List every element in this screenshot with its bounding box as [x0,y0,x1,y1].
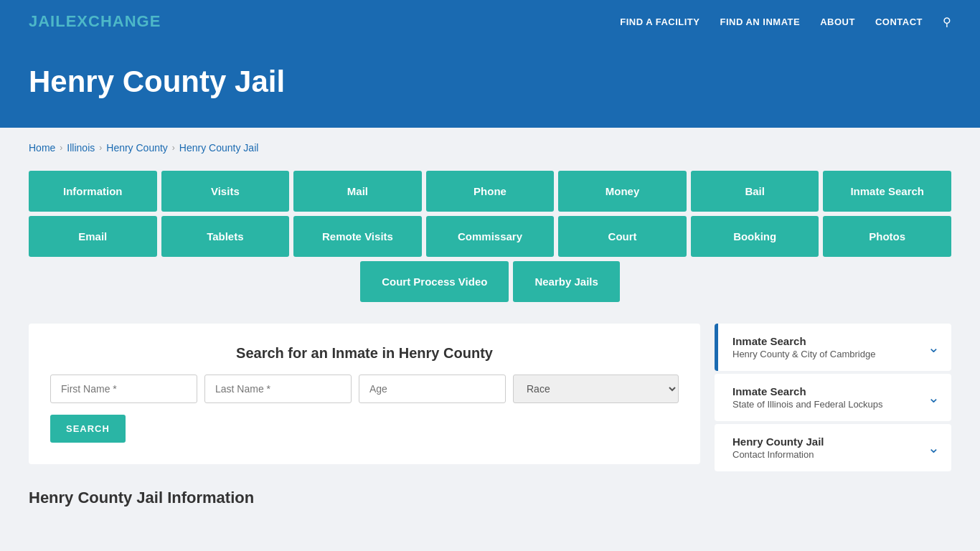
btn-visits[interactable]: Visits [161,171,290,212]
first-name-input[interactable] [50,375,197,403]
logo-exchange: EXCHANGE [66,12,161,30]
breadcrumb-sep-3: › [172,143,175,153]
search-form-box: Search for an Inmate in Henry County Rac… [29,324,700,464]
btn-tablets[interactable]: Tablets [161,216,290,257]
btn-money[interactable]: Money [558,171,687,212]
find-a-facility-link[interactable]: FIND A FACILITY [620,17,699,27]
btn-photos[interactable]: Photos [823,216,951,257]
sidebar-item-sub-1: Henry County & City of Cambridge [732,349,875,359]
bottom-section: Henry County Jail Information [29,489,951,507]
breadcrumb-current: Henry County Jail [179,142,259,154]
chevron-down-icon-3: ⌄ [928,439,940,456]
chevron-down-icon-2: ⌄ [928,389,940,406]
btn-inmate-search[interactable]: Inmate Search [823,171,951,212]
navbar: JAILEXCHANGE FIND A FACILITY FIND AN INM… [0,0,980,43]
breadcrumb-sep-1: › [60,143,62,153]
grid-row-3: Court Process Video Nearby Jails [29,261,951,302]
logo-jail: JAIL [29,12,66,30]
grid-row-2: Email Tablets Remote Visits Commissary C… [29,216,951,257]
sidebar-item-title-2: Inmate Search [732,385,883,397]
sidebar-item-title-1: Inmate Search [732,335,875,347]
btn-commissary[interactable]: Commissary [426,216,555,257]
logo[interactable]: JAILEXCHANGE [29,12,161,31]
main-area: Home › Illinois › Henry County › Henry C… [0,128,980,522]
sidebar-item-inmate-search-illinois[interactable]: Inmate Search State of Illinois and Fede… [715,374,951,421]
btn-court[interactable]: Court [558,216,687,257]
sidebar-item-title-3: Henry County Jail [732,435,824,448]
page-title: Henry County Jail [29,65,951,99]
race-select[interactable]: Race White Black Hispanic Asian Other [513,375,679,403]
btn-mail[interactable]: Mail [293,171,422,212]
sidebar-item-inmate-search-henry[interactable]: Inmate Search Henry County & City of Cam… [715,324,951,371]
nav-links: FIND A FACILITY FIND AN INMATE ABOUT CON… [620,15,951,29]
bottom-section-title: Henry County Jail Information [29,489,951,507]
about-link[interactable]: ABOUT [820,17,855,27]
search-icon[interactable]: ⚲ [943,15,951,29]
breadcrumb-henry-county[interactable]: Henry County [106,142,168,154]
chevron-down-icon-1: ⌄ [928,339,940,356]
sidebar: Inmate Search Henry County & City of Cam… [715,324,951,474]
sidebar-item-sub-2: State of Illinois and Federal Lockups [732,399,883,410]
sidebar-item-sub-3: Contact Information [732,449,824,460]
breadcrumb-sep-2: › [99,143,102,153]
btn-booking[interactable]: Booking [691,216,819,257]
search-inputs: Race White Black Hispanic Asian Other [50,375,679,403]
last-name-input[interactable] [204,375,352,403]
btn-court-process-video[interactable]: Court Process Video [360,261,509,302]
sidebar-item-contact[interactable]: Henry County Jail Contact Information ⌄ [715,424,951,471]
btn-phone[interactable]: Phone [426,171,555,212]
btn-remote-visits[interactable]: Remote Visits [293,216,422,257]
search-button[interactable]: SEARCH [50,415,126,443]
find-an-inmate-link[interactable]: FIND AN INMATE [720,17,800,27]
contact-link[interactable]: CONTACT [875,17,923,27]
breadcrumb: Home › Illinois › Henry County › Henry C… [29,142,951,154]
lower-section: Search for an Inmate in Henry County Rac… [29,324,951,474]
search-form-title: Search for an Inmate in Henry County [50,345,679,362]
breadcrumb-illinois[interactable]: Illinois [67,142,95,154]
hero-section: Henry County Jail [0,43,980,128]
grid-row-1: Information Visits Mail Phone Money Bail… [29,171,951,212]
age-input[interactable] [359,375,506,403]
btn-email[interactable]: Email [29,216,157,257]
breadcrumb-home[interactable]: Home [29,142,55,154]
btn-nearby-jails[interactable]: Nearby Jails [513,261,619,302]
btn-information[interactable]: Information [29,171,157,212]
btn-bail[interactable]: Bail [691,171,819,212]
